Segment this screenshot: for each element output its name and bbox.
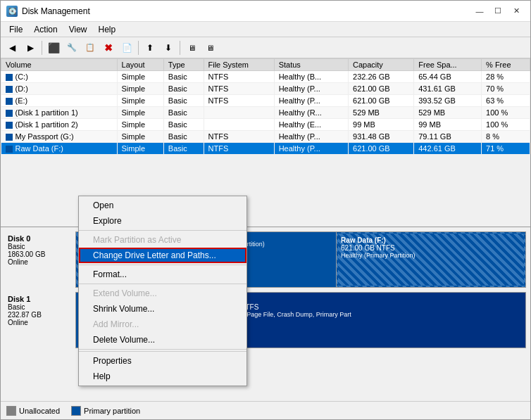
legend-unalloc-box	[6, 406, 16, 416]
table-cell: 8 %	[482, 131, 530, 143]
table-row[interactable]: (Disk 1 partition 2)SimpleBasicHealthy (…	[1, 119, 530, 131]
cell-volume: Raw Data (F:)	[1, 143, 118, 155]
col-type[interactable]: Type	[163, 59, 204, 71]
table-cell: Simple	[117, 119, 163, 131]
disk-0-status: Online	[8, 258, 73, 266]
disk-0-part-3-name: Raw Data (F:)	[341, 236, 521, 244]
disk-1-part-2[interactable]: (C:) 232.26 GB NTFS Healthy (Boot, Page …	[202, 293, 525, 348]
volume-icon	[6, 74, 13, 81]
context-menu-item-shrink-volume[interactable]: Shrink Volume...	[79, 301, 246, 317]
minimize-button[interactable]: —	[471, 4, 488, 18]
context-menu-item-open[interactable]: Open	[79, 198, 246, 213]
context-menu-item-extend-volume: Extend Volume...	[79, 286, 246, 301]
legend-primary-label: Primary partition	[84, 407, 140, 415]
toolbar-back[interactable]: ◀	[4, 39, 20, 56]
table-cell: 529 MB	[349, 107, 414, 119]
context-menu-item-format[interactable]: Format...	[79, 267, 246, 282]
context-menu-separator	[79, 265, 246, 265]
col-capacity[interactable]: Capacity	[349, 59, 414, 71]
toolbar-btn-2[interactable]: 🔧	[63, 39, 80, 56]
volume-icon	[6, 110, 13, 117]
context-menu-item-help[interactable]: Help	[79, 369, 246, 384]
context-menu-item-properties[interactable]: Properties	[79, 353, 246, 369]
toolbar-btn-6[interactable]: ⬆	[142, 39, 158, 56]
toolbar-btn-1[interactable]: ⬛	[45, 39, 62, 56]
context-menu-item-explore[interactable]: Explore	[79, 213, 246, 229]
col-filesystem[interactable]: File System	[204, 59, 274, 71]
title-controls: — ☐ ✕	[471, 4, 525, 18]
table-cell: 100 %	[482, 107, 530, 119]
table-cell: 71 %	[482, 143, 530, 155]
col-free[interactable]: Free Spa...	[414, 59, 482, 71]
title-bar-left: 💽 Disk Management	[6, 6, 90, 17]
table-row[interactable]: My Passport (G:)SimpleBasicNTFSHealthy (…	[1, 131, 530, 143]
menu-action[interactable]: Action	[28, 23, 63, 35]
menu-file[interactable]: File	[4, 23, 28, 35]
disk-1-part-2-size: 232.26 GB NTFS	[205, 303, 523, 311]
title-bar: 💽 Disk Management — ☐ ✕	[1, 1, 530, 22]
disk-1-name: Disk 1	[8, 295, 73, 303]
disk-1-type: Basic	[8, 303, 73, 311]
menu-help[interactable]: Help	[93, 23, 122, 35]
table-cell: 100 %	[482, 119, 530, 131]
table-row[interactable]: (Disk 1 partition 1)SimpleBasicHealthy (…	[1, 107, 530, 119]
table-cell: Healthy (P...	[274, 83, 348, 95]
disk-1-status: Online	[8, 319, 73, 326]
context-menu-separator	[79, 284, 246, 284]
table-cell: Basic	[163, 95, 204, 107]
table-cell: Healthy (P...	[274, 143, 348, 155]
disk-0-part-3-status: Healthy (Primary Partition)	[341, 252, 521, 259]
col-layout[interactable]: Layout	[117, 59, 163, 71]
toolbar-btn-7[interactable]: ⬇	[160, 39, 177, 56]
context-menu-item-delete-volume[interactable]: Delete Volume...	[79, 332, 246, 348]
legend-bar: Unallocated Primary partition	[1, 401, 530, 419]
table-row[interactable]: Raw Data (F:)SimpleBasicNTFSHealthy (P..…	[1, 143, 530, 155]
toolbar-sep-1	[42, 41, 42, 55]
maximize-button[interactable]: ☐	[489, 4, 506, 18]
app-icon: 💽	[6, 6, 18, 17]
table-cell: Healthy (P...	[274, 95, 348, 107]
disk-0-part-3-size: 621.00 GB NTFS	[341, 244, 521, 252]
table-cell: Basic	[163, 131, 204, 143]
table-cell: 65.44 GB	[414, 71, 482, 83]
table-row[interactable]: (C:)SimpleBasicNTFSHealthy (B...232.26 G…	[1, 71, 530, 83]
table-cell	[204, 119, 274, 131]
cell-volume: (D:)	[1, 83, 118, 95]
close-button[interactable]: ✕	[508, 4, 525, 18]
menu-bar: File Action View Help	[1, 22, 530, 37]
table-cell: Basic	[163, 71, 204, 83]
disk-management-window: 💽 Disk Management — ☐ ✕ File Action View…	[0, 0, 531, 420]
col-pct[interactable]: % Free	[482, 59, 530, 71]
toolbar-btn-9[interactable]: 🖥	[201, 39, 218, 56]
toolbar-btn-5[interactable]: 📄	[118, 39, 135, 56]
table-row[interactable]: (D:)SimpleBasicNTFSHealthy (P...621.00 G…	[1, 83, 530, 95]
toolbar-btn-4[interactable]: ✖	[100, 39, 117, 56]
volume-icon	[6, 98, 13, 105]
table-row[interactable]: (E:)SimpleBasicNTFSHealthy (P...621.00 G…	[1, 95, 530, 107]
table-cell: Basic	[163, 83, 204, 95]
table-cell: Healthy (P...	[274, 131, 348, 143]
menu-view[interactable]: View	[63, 23, 93, 35]
context-menu-item-mark-partition-as-active: Mark Partition as Active	[79, 232, 246, 248]
toolbar-sep-3	[180, 41, 180, 55]
volume-icon	[6, 134, 13, 141]
legend-primary: Primary partition	[71, 406, 140, 416]
table-cell	[204, 107, 274, 119]
table-cell: 63 %	[482, 95, 530, 107]
col-volume[interactable]: Volume	[1, 59, 118, 71]
disk-1-part-2-name: (C:)	[205, 295, 523, 303]
disk-0-type: Basic	[8, 243, 73, 250]
table-cell: 99 MB	[414, 119, 482, 131]
col-status[interactable]: Status	[274, 59, 348, 71]
table-cell: Healthy (E...	[274, 119, 348, 131]
disk-1-size: 232.87 GB	[8, 311, 73, 319]
toolbar-forward[interactable]: ▶	[22, 39, 39, 56]
disk-0-size: 1863.00 GB	[8, 250, 73, 258]
table-cell: 70 %	[482, 83, 530, 95]
disk-0-part-3[interactable]: Raw Data (F:) 621.00 GB NTFS Healthy (Pr…	[337, 232, 525, 287]
toolbar-btn-8[interactable]: 🖥	[183, 39, 200, 56]
toolbar-btn-3[interactable]: 📋	[82, 39, 99, 56]
volume-icon	[6, 146, 13, 153]
disk-1-part-2-status: Healthy (Boot, Page File, Crash Dump, Pr…	[205, 311, 523, 318]
context-menu-item-change-drive-letter-and-paths[interactable]: Change Drive Letter and Paths...	[79, 248, 246, 263]
